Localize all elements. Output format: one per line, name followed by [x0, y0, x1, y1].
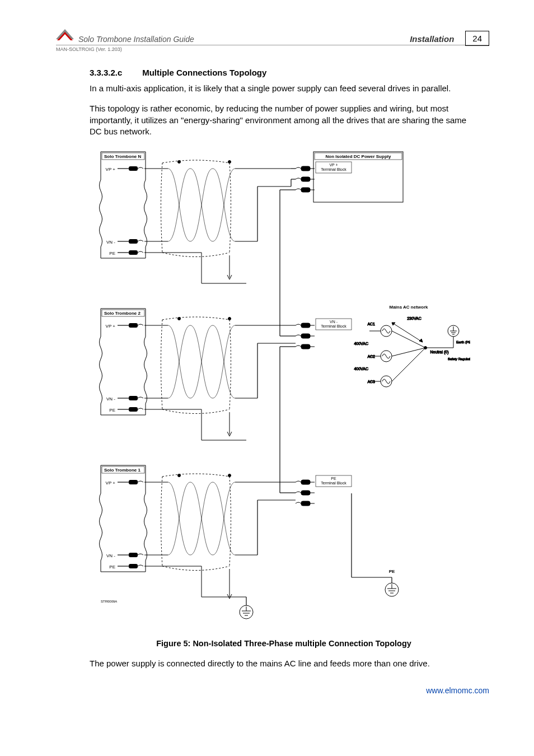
svg-text:VP +: VP + [329, 163, 338, 167]
svg-rect-6 [129, 239, 138, 244]
drive-n-label: Solo Trombone N [104, 154, 141, 159]
svg-rect-46 [129, 407, 138, 412]
svg-text:VP +: VP + [106, 480, 116, 486]
svg-text:Safety Regulations: Safety Regulations [448, 357, 470, 361]
svg-text:PE: PE [389, 569, 395, 574]
section-number: 3.3.3.2.c [90, 68, 140, 77]
svg-rect-101 [129, 480, 138, 484]
figure-diagram: Solo Trombone N VP + VN - PE [90, 146, 478, 633]
figure-caption: Figure 5: Non-Isolated Three-Phase multi… [90, 639, 478, 648]
svg-point-113 [178, 474, 181, 477]
body-paragraph: The power supply is connected directly t… [90, 658, 478, 669]
version-line: MAN-SOLTROIG (Ver. 1.203) [56, 46, 489, 52]
svg-line-76 [392, 348, 425, 381]
svg-point-53 [228, 318, 231, 320]
svg-rect-27 [301, 177, 310, 181]
svg-text:PE: PE [109, 251, 115, 256]
svg-rect-43 [129, 396, 138, 400]
svg-text:Earth (PE): Earth (PE) [456, 340, 470, 344]
mains-title: Mains AC network [389, 305, 428, 310]
section-heading: 3.3.3.2.c Multiple Connections Topology [90, 68, 478, 77]
svg-rect-9 [129, 250, 138, 255]
svg-text:Terminal Block: Terminal Block [321, 167, 346, 171]
svg-point-16 [228, 161, 231, 164]
svg-rect-107 [129, 564, 138, 568]
svg-rect-124 [301, 501, 310, 506]
svg-text:PE: PE [331, 477, 336, 480]
svg-text:AC1: AC1 [367, 322, 375, 326]
svg-rect-62 [301, 334, 310, 338]
page-header: Solo Trombone Installation Guide Install… [56, 28, 489, 45]
diagram-id: STR0009A [101, 600, 117, 603]
drive-2-label: Solo Trombone 2 [104, 311, 140, 316]
svg-rect-28 [301, 188, 310, 192]
svg-text:Terminal Block: Terminal Block [321, 481, 346, 485]
svg-rect-122 [301, 480, 310, 484]
svg-line-75 [392, 348, 425, 356]
svg-text:VP +: VP + [106, 324, 116, 329]
svg-text:230VAC: 230VAC [407, 316, 421, 320]
svg-text:VN -: VN - [106, 240, 115, 245]
svg-rect-40 [129, 323, 138, 328]
doc-title: Solo Trombone Installation Guide [78, 35, 194, 44]
svg-text:PE: PE [109, 408, 115, 413]
footer-url[interactable]: www.elmomc.com [56, 686, 489, 695]
brand-logo [56, 28, 74, 44]
body-paragraph: This topology is rather economic, by red… [90, 103, 478, 137]
svg-rect-123 [301, 491, 310, 495]
svg-text:VN -: VN - [330, 320, 338, 324]
svg-text:PE: PE [109, 564, 115, 570]
svg-point-15 [178, 161, 181, 164]
svg-rect-3 [129, 166, 138, 171]
svg-text:Neutral (0): Neutral (0) [430, 350, 448, 354]
svg-rect-63 [301, 344, 310, 349]
section-label: Installation [410, 34, 454, 44]
svg-text:VN -: VN - [106, 553, 115, 558]
svg-rect-61 [301, 323, 310, 328]
section-title: Multiple Connections Topology [142, 68, 266, 77]
svg-text:Terminal Block: Terminal Block [321, 324, 346, 328]
svg-line-78 [392, 323, 423, 342]
psu-label: Non Isolated DC Power Supply [326, 154, 391, 159]
svg-point-114 [228, 474, 231, 477]
svg-text:400VAC: 400VAC [354, 342, 368, 346]
drive-1-label: Solo Trombone 1 [104, 468, 140, 473]
svg-rect-104 [129, 553, 138, 557]
svg-text:VP +: VP + [106, 167, 116, 172]
svg-rect-26 [301, 166, 310, 171]
page-number: 24 [465, 31, 489, 46]
svg-rect-21 [313, 152, 403, 202]
svg-text:400VAC: 400VAC [354, 367, 368, 371]
body-paragraph: In a multi-axis application, it is likel… [90, 83, 478, 94]
svg-point-52 [178, 318, 181, 320]
svg-text:VN -: VN - [106, 396, 115, 402]
